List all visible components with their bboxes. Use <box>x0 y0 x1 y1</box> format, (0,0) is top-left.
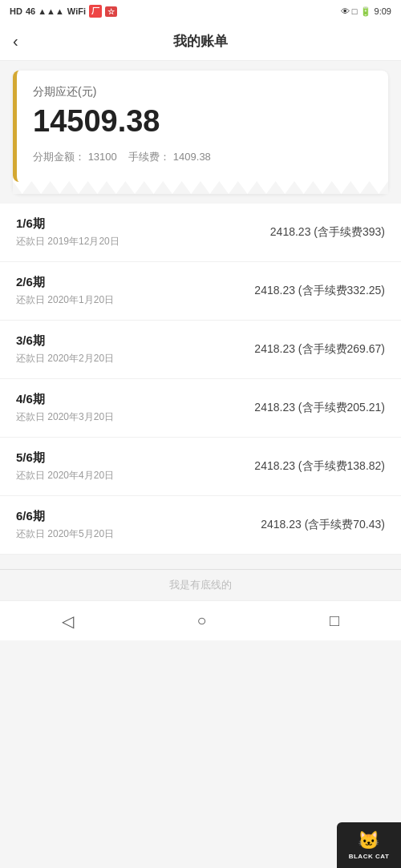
nav-home-icon[interactable]: ○ <box>196 612 206 630</box>
bill-amount: 2418.23 (含手续费393) <box>270 225 385 240</box>
fee-value: 1409.38 <box>173 151 211 163</box>
bill-item-left: 6/6期 还款日 2020年5月20日 <box>16 509 114 541</box>
bill-item: 4/6期 还款日 2020年3月20日 2418.23 (含手续费205.21) <box>0 379 401 438</box>
page-title: 我的账单 <box>173 32 228 50</box>
bill-amount: 2418.23 (含手续费269.67) <box>254 342 385 357</box>
bill-amount: 2418.23 (含手续费70.43) <box>261 518 385 532</box>
back-button[interactable]: ‹ <box>13 32 18 50</box>
bill-item-left: 3/6期 还款日 2020年2月20日 <box>16 333 114 365</box>
status-hd: HD <box>10 6 22 16</box>
bill-amount: 2418.23 (含手续费205.21) <box>254 401 385 415</box>
bottom-nav: ◁ ○ □ 🐱 BLACK CAT <box>0 600 401 640</box>
bill-date: 还款日 2020年4月20日 <box>16 469 114 482</box>
bill-period: 6/6期 <box>16 509 114 524</box>
bill-item: 3/6期 还款日 2020年2月20日 2418.23 (含手续费269.67) <box>0 321 401 379</box>
nav-recent-icon[interactable]: □ <box>330 612 339 630</box>
bill-period: 3/6期 <box>16 333 114 349</box>
installment-value: 13100 <box>88 151 117 163</box>
status-right: 👁 □ 🔋 9:09 <box>341 6 391 17</box>
bill-date: 还款日 2020年2月20日 <box>16 352 114 365</box>
bill-item: 5/6期 还款日 2020年4月20日 2418.23 (含手续费138.82) <box>0 438 401 496</box>
status-signal: 46 ▲▲▲ <box>26 6 64 16</box>
summary-detail: 分期金额： 13100 手续费： 1409.38 <box>33 150 372 164</box>
bill-item: 2/6期 还款日 2020年1月20日 2418.23 (含手续费332.25) <box>0 262 401 321</box>
footer-text: 我是有底线的 <box>169 579 232 591</box>
nav-back-icon[interactable]: ◁ <box>62 612 74 631</box>
bill-list: 1/6期 还款日 2019年12月20日 2418.23 (含手续费393) 2… <box>0 204 401 555</box>
summary-label: 分期应还(元) <box>33 85 372 99</box>
status-extra: 厂 <box>89 5 102 18</box>
black-cat-badge: 🐱 BLACK CAT <box>337 822 401 868</box>
status-extra2: ☆ <box>105 6 117 17</box>
bill-period: 5/6期 <box>16 450 114 466</box>
footer: 我是有底线的 <box>0 555 401 600</box>
status-left: HD 46 ▲▲▲ WiFi 厂 ☆ <box>10 5 117 18</box>
bill-date: 还款日 2020年5月20日 <box>16 527 114 541</box>
bill-date: 还款日 2019年12月20日 <box>16 235 119 248</box>
bill-item: 1/6期 还款日 2019年12月20日 2418.23 (含手续费393) <box>0 204 401 262</box>
status-bar: HD 46 ▲▲▲ WiFi 厂 ☆ 👁 □ 🔋 9:09 <box>0 0 401 22</box>
bill-period: 1/6期 <box>16 216 119 232</box>
installment-label: 分期金额： <box>33 151 85 163</box>
status-icons: 👁 □ 🔋 <box>341 6 371 17</box>
bill-item-left: 5/6期 还款日 2020年4月20日 <box>16 450 114 482</box>
summary-card: 分期应还(元) 14509.38 分期金额： 13100 手续费： 1409.3… <box>13 71 388 194</box>
bill-period: 4/6期 <box>16 392 114 407</box>
bill-item-left: 2/6期 还款日 2020年1月20日 <box>16 275 114 307</box>
status-wifi: WiFi <box>67 6 86 16</box>
bill-item: 6/6期 还款日 2020年5月20日 2418.23 (含手续费70.43) <box>0 496 401 555</box>
summary-amount: 14509.38 <box>33 104 372 139</box>
status-time: 9:09 <box>375 6 391 16</box>
bill-period: 2/6期 <box>16 275 114 290</box>
bill-item-left: 4/6期 还款日 2020年3月20日 <box>16 392 114 424</box>
fee-label: 手续费： <box>128 151 170 163</box>
black-cat-text: BLACK CAT <box>349 853 390 860</box>
bill-date: 还款日 2020年1月20日 <box>16 293 114 307</box>
zigzag-divider <box>13 181 388 194</box>
bill-amount: 2418.23 (含手续费138.82) <box>254 459 385 474</box>
cat-icon: 🐱 <box>358 830 380 851</box>
bill-item-left: 1/6期 还款日 2019年12月20日 <box>16 216 119 248</box>
nav-bar: ‹ 我的账单 <box>0 22 401 61</box>
bill-date: 还款日 2020年3月20日 <box>16 410 114 424</box>
bill-amount: 2418.23 (含手续费332.25) <box>254 284 385 298</box>
